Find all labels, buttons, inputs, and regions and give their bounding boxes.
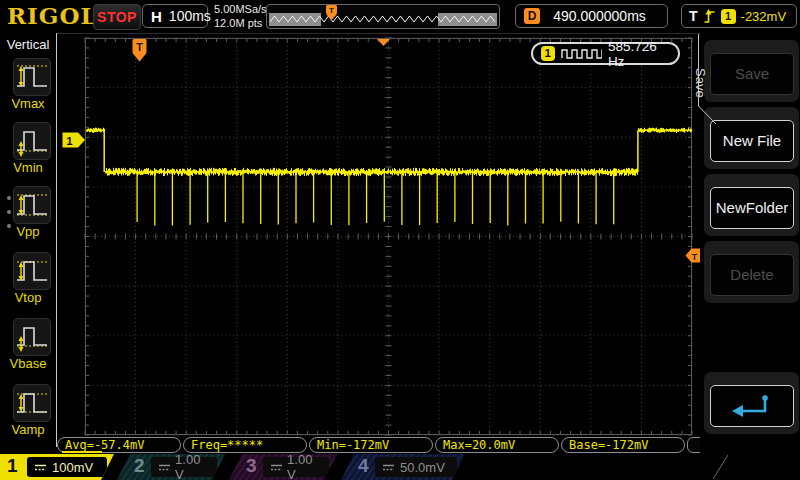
run-state-badge[interactable]: STOP xyxy=(93,4,141,30)
vmin-icon xyxy=(14,123,50,159)
measurement-freq[interactable]: Freq=***** xyxy=(183,437,307,453)
channel2-number: 2 xyxy=(134,455,145,477)
measurement-avg-underline xyxy=(62,451,102,453)
new-file-button-tile: New File xyxy=(704,107,799,169)
counter-channel-badge: 1 xyxy=(541,46,555,61)
save-button-tile: Save xyxy=(704,40,799,102)
graticule-area: T 1 T xyxy=(0,0,800,480)
channel3-scale-box: 1.00 V xyxy=(263,457,329,477)
vpp-icon xyxy=(14,187,50,223)
delay-label: D xyxy=(524,8,540,24)
horizontal-timebase-box[interactable]: H 100ms xyxy=(142,4,208,28)
channel4-number: 4 xyxy=(358,455,369,477)
delete-button[interactable]: Delete xyxy=(710,254,794,296)
memory-depth: 12.0M pts xyxy=(214,17,267,31)
new-file-button[interactable]: New File xyxy=(710,120,794,162)
trigger-level-marker[interactable]: T xyxy=(686,249,701,263)
vbase-icon xyxy=(14,319,50,355)
scope-markers: T 1 T xyxy=(63,34,729,479)
return-arrow-icon xyxy=(730,392,774,420)
menu-item-vmin[interactable] xyxy=(13,122,51,160)
vtop-icon xyxy=(14,253,50,289)
dc-coupling-icon xyxy=(382,463,395,472)
menu-item-vtop-label[interactable]: Vtop xyxy=(0,290,56,305)
menu-item-vbase[interactable] xyxy=(13,318,51,356)
trigger-source-badge: 1 xyxy=(721,9,736,24)
horizontal-label: H xyxy=(151,8,162,25)
menu-tab-label: Save xyxy=(691,57,708,109)
waveform-preview-bar[interactable]: T xyxy=(266,4,500,29)
acquisition-info: 5.00MSa/s 12.0M pts xyxy=(214,3,267,30)
menu-item-vpp[interactable] xyxy=(13,186,51,224)
menu-item-vmax[interactable] xyxy=(13,58,51,96)
measurement-max[interactable]: Max=20.0mV xyxy=(435,437,559,453)
menu-page-dot-3 xyxy=(7,224,11,228)
channel1-scale-box: 100mV xyxy=(27,457,107,477)
vamp-icon xyxy=(14,385,50,421)
vertical-measure-sidebar: Vertical Vmax Vmin xyxy=(0,33,57,447)
preview-waveform-icon: T xyxy=(268,5,498,28)
channel2-scale: 1.00 V xyxy=(175,452,210,480)
channel4-scale-box: 50.0mV xyxy=(375,457,457,477)
new-folder-button[interactable]: NewFolder xyxy=(710,187,794,229)
delay-value: 490.000000ms xyxy=(540,8,659,24)
save-menu-sidebar: Save New File NewFolder Delete xyxy=(700,33,800,480)
menu-item-vtop[interactable] xyxy=(13,252,51,290)
trigger-flag-letter: T xyxy=(136,41,143,53)
trigger-level-letter: T xyxy=(692,251,698,262)
channel1-marker-number: 1 xyxy=(66,135,73,147)
menu-item-vbase-label[interactable]: Vbase xyxy=(0,356,56,371)
screen-center-indicator xyxy=(377,39,390,46)
save-button[interactable]: Save xyxy=(710,53,794,95)
timebase-value: 100ms xyxy=(169,8,211,24)
dc-coupling-icon xyxy=(34,463,47,472)
rising-edge-icon xyxy=(703,8,716,25)
new-folder-button-tile: NewFolder xyxy=(704,174,799,236)
menu-item-vamp[interactable] xyxy=(13,384,51,422)
dc-coupling-icon xyxy=(270,463,282,472)
menu-item-vmin-label[interactable]: Vmin xyxy=(0,160,56,175)
menu-page-dot-2 xyxy=(7,210,11,214)
delete-button-tile: Delete xyxy=(704,241,799,303)
rigol-logo: RIGOL xyxy=(7,2,98,29)
square-wave-icon xyxy=(561,47,602,60)
menu-item-vamp-label[interactable]: Vamp xyxy=(0,422,56,437)
trigger-box[interactable]: T 1 -232mV xyxy=(681,4,797,28)
channel3-tab[interactable]: 3 1.00 V xyxy=(229,454,337,480)
channel1-scale: 100mV xyxy=(52,460,93,475)
channel-status-bar: 1 100mV 2 1.00 V 3 xyxy=(0,454,800,480)
return-button-tile xyxy=(704,372,799,434)
measurement-base[interactable]: Base=-172mV xyxy=(561,437,685,453)
left-menu-title: Vertical xyxy=(0,37,56,52)
return-button[interactable] xyxy=(710,385,794,427)
channel1-offset-marker[interactable]: 1 xyxy=(63,133,86,148)
trigger-position-flag[interactable]: T xyxy=(133,39,147,62)
menu-page-dot-1 xyxy=(7,196,11,200)
channel1-number: 1 xyxy=(7,455,18,477)
vmax-icon xyxy=(14,59,50,95)
delay-box[interactable]: D 490.000000ms xyxy=(515,4,668,28)
channel1-tab[interactable]: 1 100mV xyxy=(0,454,114,480)
sample-rate: 5.00MSa/s xyxy=(214,3,267,17)
measurement-min[interactable]: Min=-172mV xyxy=(309,437,433,453)
channel3-scale: 1.00 V xyxy=(287,452,322,480)
top-bar: RIGOL STOP H 100ms 5.00MSa/s 12.0M pts T… xyxy=(0,0,800,34)
trigger-label: T xyxy=(689,8,698,24)
channel2-scale-box: 1.00 V xyxy=(151,457,217,477)
channel3-number: 3 xyxy=(246,455,257,477)
dc-coupling-icon xyxy=(158,463,170,472)
menu-item-vmax-label[interactable]: Vmax xyxy=(0,96,56,111)
frequency-counter-badge: 1 585.726 Hz xyxy=(531,42,680,65)
channel4-tab[interactable]: 4 50.0mV xyxy=(341,454,465,480)
svg-text:T: T xyxy=(329,6,334,15)
channel4-scale: 50.0mV xyxy=(400,460,445,475)
trigger-level-value: -232mV xyxy=(741,9,787,24)
channel2-tab[interactable]: 2 1.00 V xyxy=(117,454,225,480)
counter-value: 585.726 Hz xyxy=(608,39,670,69)
